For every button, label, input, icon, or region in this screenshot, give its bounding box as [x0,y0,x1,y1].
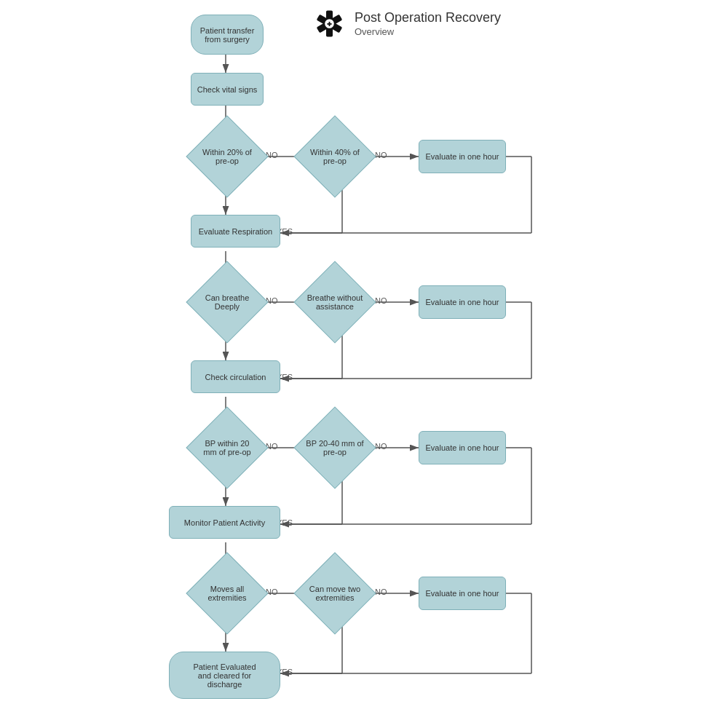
breathe-without-node: Breathe without assistance [284,280,386,324]
star-of-life-icon: ✚ [313,7,346,40]
eval-one-hour-1-node: Evaluate in one hour [419,140,506,173]
can-move-two-node: Can move two extremities [284,571,386,615]
eval-one-hour-3-node: Evaluate in one hour [419,431,506,464]
bp-within-20-node: BP within 20 mm of pre-op [176,426,278,470]
header-text: Post Operation Recovery Overview [355,10,501,37]
header: ✚ Post Operation Recovery Overview [313,7,501,40]
bp-20-40-node: BP 20-40 mm of pre-op [284,426,386,470]
check-circulation-node: Check circulation [191,360,280,393]
within-40-node: Within 40% of pre-op [284,135,386,178]
within-20-node: Within 20% of pre-op [176,135,278,178]
can-breathe-node: Can breathe Deeply [176,280,278,324]
arrows-svg [0,0,728,728]
eval-respiration-node: Evaluate Respiration [191,215,280,248]
eval-one-hour-4-node: Evaluate in one hour [419,577,506,610]
check-vital-signs-node: Check vital signs [191,73,264,106]
flowchart: ✚ Post Operation Recovery Overview [0,0,728,728]
svg-text:✚: ✚ [327,21,332,28]
eval-one-hour-2-node: Evaluate in one hour [419,285,506,319]
moves-all-node: Moves all extremities [176,571,278,615]
header-subtitle: Overview [355,26,501,37]
monitor-activity-node: Monitor Patient Activity [169,506,280,539]
header-title: Post Operation Recovery [355,10,501,26]
start-node: Patient transfer from surgery [191,15,264,55]
patient-evaluated-node: Patient Evaluated and cleared for discha… [169,652,280,699]
